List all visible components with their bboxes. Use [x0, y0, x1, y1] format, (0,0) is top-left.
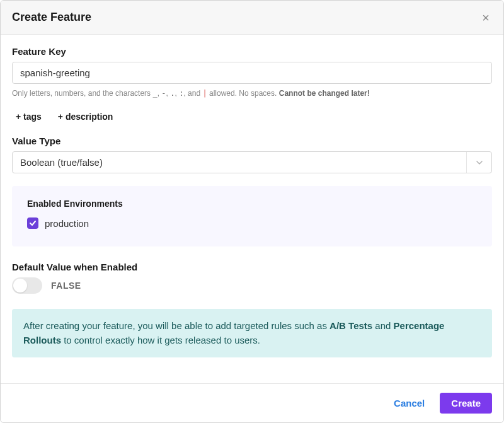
info-box: After creating your feature, you will be…	[12, 309, 492, 357]
modal-header: Create Feature ×	[1, 1, 503, 35]
toggle-row: FALSE	[12, 277, 492, 294]
add-description-button[interactable]: + description	[54, 109, 117, 124]
default-value-label: Default Value when Enabled	[12, 262, 492, 272]
environment-name: production	[45, 218, 89, 229]
feature-key-input[interactable]	[12, 62, 492, 84]
default-value-section: Default Value when Enabled FALSE	[12, 262, 492, 294]
toggle-knob	[13, 279, 27, 293]
close-button[interactable]: ×	[479, 11, 492, 24]
check-icon	[29, 219, 37, 227]
environment-item: production	[27, 217, 477, 229]
close-icon: ×	[482, 11, 490, 25]
toggle-label-text: FALSE	[51, 281, 81, 291]
value-type-label: Value Type	[12, 136, 492, 146]
feature-key-label: Feature Key	[12, 46, 492, 57]
environment-checkbox[interactable]	[27, 217, 38, 229]
create-button[interactable]: Create	[440, 393, 492, 414]
modal-body: Feature Key Only letters, numbers, and t…	[1, 35, 503, 383]
default-value-toggle[interactable]	[12, 277, 42, 294]
environments-title: Enabled Environments	[27, 199, 477, 209]
add-tags-button[interactable]: + tags	[12, 109, 45, 124]
chip-row: + tags + description	[12, 109, 492, 124]
chevron-down-icon	[466, 152, 491, 173]
environments-panel: Enabled Environments production	[12, 186, 492, 246]
cancel-button[interactable]: Cancel	[387, 394, 431, 412]
modal-footer: Cancel Create	[1, 383, 503, 422]
value-type-select[interactable]: Boolean (true/false)	[12, 151, 492, 173]
create-feature-modal: Create Feature × Feature Key Only letter…	[0, 0, 504, 423]
value-type-selected: Boolean (true/false)	[13, 152, 466, 173]
modal-title: Create Feature	[12, 11, 91, 24]
feature-key-helper: Only letters, numbers, and the character…	[12, 89, 492, 98]
